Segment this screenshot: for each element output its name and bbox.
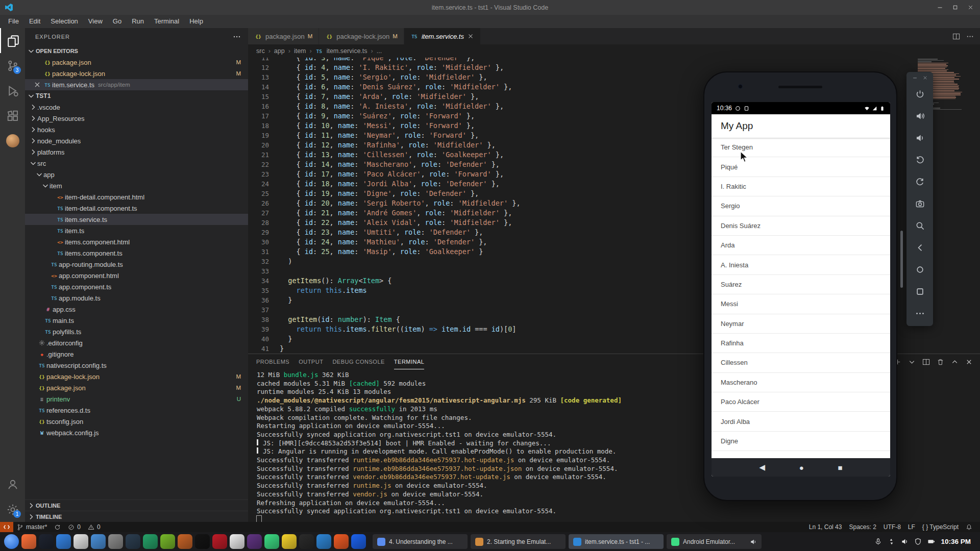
activity-extensions[interactable]	[0, 103, 25, 128]
file-tree-item[interactable]: TSapp-routing.module.ts	[25, 259, 248, 270]
editor-tab[interactable]: {}package.jsonM	[248, 28, 319, 44]
taskbar-window[interactable]: Android Emulator...	[667, 534, 762, 549]
file-tree-item[interactable]: TSnativescript.config.ts	[25, 360, 248, 371]
folder-tree-item[interactable]: app	[25, 169, 248, 180]
panel-trash-icon[interactable]	[937, 358, 944, 366]
taskbar-app-browser[interactable]	[126, 534, 140, 549]
taskbar-app-office[interactable]	[160, 534, 175, 549]
list-item[interactable]: Ter Stegen	[712, 138, 890, 157]
window-maximize-icon[interactable]	[952, 4, 959, 11]
emulator-home-nav-button[interactable]	[906, 259, 933, 281]
open-editor-item[interactable]: {}package.jsonM	[25, 57, 248, 68]
status-ln-1-col-43[interactable]: Ln 1, Col 43	[805, 522, 846, 532]
file-tree-item[interactable]: {}tsconfig.json	[25, 416, 248, 427]
phone-screen[interactable]: 10:36	[712, 102, 890, 477]
file-tree-item[interactable]: {}package-lock.jsonM	[25, 371, 248, 382]
emulator-volume-down-button[interactable]	[906, 127, 933, 149]
folder-tree-item[interactable]: hooks	[25, 124, 248, 135]
open-editor-item[interactable]: TSitem.service.tssrc/app/item	[25, 79, 248, 90]
taskbar-app-music[interactable]	[195, 534, 210, 549]
folder-tree-item[interactable]: node_modules	[25, 135, 248, 146]
list-item[interactable]: Suárez	[712, 275, 890, 294]
status-utf-8[interactable]: UTF-8	[880, 522, 904, 532]
file-tree-item[interactable]: #app.css	[25, 304, 248, 315]
emulator-more-button[interactable]	[906, 303, 933, 324]
panel-chevron-down-icon[interactable]	[908, 358, 916, 366]
menu-item-view[interactable]: View	[83, 15, 108, 28]
status-spaces-2[interactable]: Spaces: 2	[845, 522, 879, 532]
tray-battery-icon[interactable]	[927, 538, 935, 545]
close-editor-icon[interactable]	[33, 81, 41, 89]
taskbar-app-files[interactable]	[91, 534, 106, 549]
breadcrumb-item[interactable]: item	[294, 47, 306, 55]
status-branch[interactable]: master*	[13, 522, 51, 532]
list-item[interactable]: Arda	[712, 236, 890, 255]
panel-tab-debug-console[interactable]: DEBUG CONSOLE	[332, 354, 384, 369]
tray-volume-icon[interactable]	[901, 538, 909, 545]
more-actions-icon[interactable]	[233, 33, 241, 41]
file-tree-item[interactable]: <>item-detail.component.html	[25, 191, 248, 203]
window-minimize-icon[interactable]	[937, 4, 943, 11]
panel-close-icon[interactable]	[965, 358, 973, 366]
emulator-rotate-left-button[interactable]	[906, 149, 933, 171]
menu-item-file[interactable]: File	[3, 15, 24, 28]
taskbar-app-postman[interactable]	[334, 534, 349, 549]
activity-accounts[interactable]	[0, 472, 25, 497]
taskbar-window[interactable]: 4. Understanding the ...	[373, 534, 468, 549]
panel-split-icon[interactable]	[922, 358, 930, 366]
file-tree-item[interactable]: .editorconfig	[25, 337, 248, 348]
taskbar-app-gimp[interactable]	[230, 534, 244, 549]
status-sync[interactable]	[51, 522, 64, 532]
activity-source-control[interactable]: 3	[0, 53, 25, 78]
nav-back-button[interactable]: ◀	[759, 463, 765, 472]
breadcrumb-item[interactable]: ...	[377, 47, 382, 55]
panel-tab-problems[interactable]: PROBLEMS	[256, 354, 289, 369]
tray-mic-icon[interactable]	[874, 538, 882, 545]
emulator-rotate-right-button[interactable]	[906, 171, 933, 193]
taskbar-app-mail[interactable]	[74, 534, 88, 549]
list-item[interactable]: Rafinha	[712, 334, 890, 353]
file-tree-item[interactable]: TSitems.component.ts	[25, 247, 248, 259]
list-item[interactable]: Cillessen	[712, 353, 890, 372]
taskbar-app-firefox[interactable]	[21, 534, 36, 549]
file-tree-item[interactable]: TSitem.ts	[25, 225, 248, 236]
section-timeline[interactable]: TIMELINE	[25, 511, 248, 522]
file-tree-item[interactable]: TSapp.module.ts	[25, 292, 248, 304]
list-item[interactable]: Digne	[712, 432, 890, 451]
emulator-power-button[interactable]	[906, 83, 933, 105]
file-tree-item[interactable]: TSmain.ts	[25, 315, 248, 326]
close-tab-icon[interactable]	[467, 33, 474, 40]
menu-item-go[interactable]: Go	[108, 15, 127, 28]
folder-tree-item[interactable]: App_Resources	[25, 113, 248, 124]
panel-tab-terminal[interactable]: TERMINAL	[394, 354, 425, 369]
folder-tree-item[interactable]: platforms	[25, 146, 248, 158]
open-editors-header[interactable]: OPEN EDITORS	[25, 45, 248, 57]
taskbar-app-android-studio[interactable]	[299, 534, 314, 549]
taskbar-app-android[interactable]	[264, 534, 279, 549]
android-emulator-window[interactable]: 10:36	[703, 71, 897, 501]
emulator-back-nav-button[interactable]	[906, 237, 933, 259]
list-item[interactable]: Sergio	[712, 196, 890, 216]
list-item[interactable]: Neymar	[712, 314, 890, 334]
taskbar-app-software[interactable]	[56, 534, 71, 549]
file-tree-item[interactable]: TSreferences.d.ts	[25, 405, 248, 416]
list-item[interactable]: Denis Suárez	[712, 216, 890, 236]
status-error[interactable]: 0	[64, 522, 84, 532]
file-tree-item[interactable]: <>app.component.html	[25, 270, 248, 281]
taskbar-app-text-editor[interactable]	[108, 534, 123, 549]
editor-tab[interactable]: {}package-lock.jsonM	[319, 28, 404, 44]
folder-tree-item[interactable]: src	[25, 158, 248, 169]
editor-tab[interactable]: TSitem.service.ts	[404, 28, 481, 44]
taskbar-app-docker[interactable]	[351, 534, 366, 549]
taskbar-app-chat[interactable]	[247, 534, 262, 549]
remote-indicator[interactable]	[0, 522, 13, 532]
toolbar-close-icon[interactable]	[922, 75, 928, 81]
status-lf[interactable]: LF	[904, 522, 919, 532]
taskbar-window[interactable]: 2. Starting the Emulat...	[471, 534, 566, 549]
activity-explorer[interactable]	[0, 28, 25, 53]
taskbar-app-photos[interactable]	[282, 534, 297, 549]
editor-more-actions-icon[interactable]	[966, 33, 974, 40]
folder-tree-item[interactable]: item	[25, 180, 248, 191]
status-warning[interactable]: 0	[84, 522, 104, 532]
taskbar-app-downloads[interactable]	[212, 534, 227, 549]
